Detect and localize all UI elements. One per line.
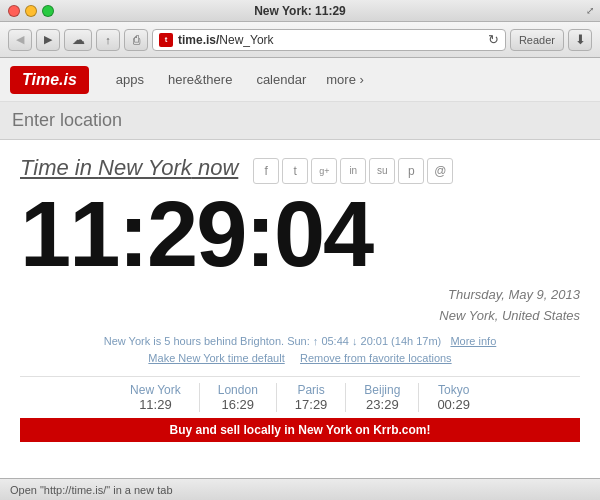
close-button[interactable] xyxy=(8,5,20,17)
city-name: Paris xyxy=(295,383,328,397)
resize-icon: ⤢ xyxy=(586,5,594,16)
time-label: Time in New York now xyxy=(20,155,238,181)
info-line2: Make New York time default Remove from f… xyxy=(20,350,580,368)
clock-display: 11:29:04 xyxy=(20,188,580,280)
title-bar: New York: 11:29 ⤢ xyxy=(0,0,600,22)
city-time: 11:29 xyxy=(130,397,181,412)
city-name: London xyxy=(218,383,258,397)
site-logo[interactable]: Time.is xyxy=(10,66,89,94)
main-content: Time in New York now f t g+ in su p @ 11… xyxy=(0,140,600,452)
twitter-icon[interactable]: t xyxy=(282,158,308,184)
url-display: time.is/New_York xyxy=(178,33,274,47)
city-name: New York xyxy=(130,383,181,397)
pinterest-icon[interactable]: p xyxy=(398,158,424,184)
city-paris[interactable]: Paris 17:29 xyxy=(277,383,347,412)
googleplus-icon[interactable]: g+ xyxy=(311,158,337,184)
nav-apps[interactable]: apps xyxy=(104,68,156,91)
toolbar: ◀ ▶ ☁ ↑ ⎙ t time.is/New_York ↻ Reader ⬇ xyxy=(0,22,600,58)
forward-button[interactable]: ▶ xyxy=(36,29,60,51)
status-bar: Open "http://time.is/" in a new tab xyxy=(0,478,600,500)
cloud-button[interactable]: ☁ xyxy=(64,29,92,51)
city-name: Tokyo xyxy=(437,383,470,397)
time-label-suffix: now xyxy=(192,155,238,180)
reader-label: Reader xyxy=(519,34,555,46)
time-label-row: Time in New York now f t g+ in su p @ xyxy=(20,155,580,186)
forward-icon: ▶ xyxy=(44,33,52,46)
city-newyork[interactable]: New York 11:29 xyxy=(112,383,200,412)
download-icon: ⬇ xyxy=(575,32,586,47)
status-text: Open "http://time.is/" in a new tab xyxy=(10,484,173,496)
minimize-button[interactable] xyxy=(25,5,37,17)
address-bar[interactable]: t time.is/New_York ↻ xyxy=(152,29,506,51)
back-button[interactable]: ◀ xyxy=(8,29,32,51)
refresh-button[interactable]: ↻ xyxy=(488,32,499,47)
location-bar xyxy=(0,102,600,140)
print-button[interactable]: ⎙ xyxy=(124,29,148,51)
time-label-prefix: Time in xyxy=(20,155,98,180)
linkedin-icon[interactable]: in xyxy=(340,158,366,184)
download-button[interactable]: ⬇ xyxy=(568,29,592,51)
time-label-location: New York xyxy=(98,155,192,180)
site-nav: Time.is apps here&there calendar more › xyxy=(0,58,600,102)
city-name: Beijing xyxy=(364,383,400,397)
city-time: 16:29 xyxy=(218,397,258,412)
favicon: t xyxy=(159,33,173,47)
page: Time.is apps here&there calendar more › … xyxy=(0,58,600,478)
world-cities: New York 11:29 London 16:29 Paris 17:29 … xyxy=(20,376,580,412)
share-button[interactable]: ↑ xyxy=(96,29,120,51)
nav-herethere[interactable]: here&there xyxy=(156,68,244,91)
nav-more[interactable]: more › xyxy=(318,68,372,91)
share-icon: ↑ xyxy=(105,34,111,46)
print-icon: ⎙ xyxy=(133,33,140,47)
date-line1: Thursday, May 9, 2013 xyxy=(20,285,580,306)
more-info-link[interactable]: More info xyxy=(450,335,496,347)
window-controls xyxy=(8,5,54,17)
date-info: Thursday, May 9, 2013 New York, United S… xyxy=(20,285,580,327)
social-icons: f t g+ in su p @ xyxy=(253,158,453,184)
window-title: New York: 11:29 xyxy=(254,4,346,18)
back-icon: ◀ xyxy=(16,33,24,46)
city-beijing[interactable]: Beijing 23:29 xyxy=(346,383,419,412)
bottom-banner[interactable]: Buy and sell locally in New York on Krrb… xyxy=(20,418,580,442)
date-line2: New York, United States xyxy=(20,306,580,327)
info-text: New York is 5 hours behind Brighton. Sun… xyxy=(20,333,580,368)
city-time: 00:29 xyxy=(437,397,470,412)
city-tokyo[interactable]: Tokyo 00:29 xyxy=(419,383,488,412)
facebook-icon[interactable]: f xyxy=(253,158,279,184)
nav-calendar[interactable]: calendar xyxy=(244,68,318,91)
city-london[interactable]: London 16:29 xyxy=(200,383,277,412)
stumbleupon-icon[interactable]: su xyxy=(369,158,395,184)
make-default-link[interactable]: Make New York time default xyxy=(148,352,284,364)
remove-favorite-link[interactable]: Remove from favorite locations xyxy=(300,352,452,364)
location-input[interactable] xyxy=(12,110,588,131)
banner-text: Buy and sell locally in New York on Krrb… xyxy=(170,423,431,437)
reader-button[interactable]: Reader xyxy=(510,29,564,51)
info-line1: New York is 5 hours behind Brighton. Sun… xyxy=(20,333,580,351)
city-time: 17:29 xyxy=(295,397,328,412)
cloud-icon: ☁ xyxy=(72,32,85,47)
city-time: 23:29 xyxy=(364,397,400,412)
maximize-button[interactable] xyxy=(42,5,54,17)
email-icon[interactable]: @ xyxy=(427,158,453,184)
